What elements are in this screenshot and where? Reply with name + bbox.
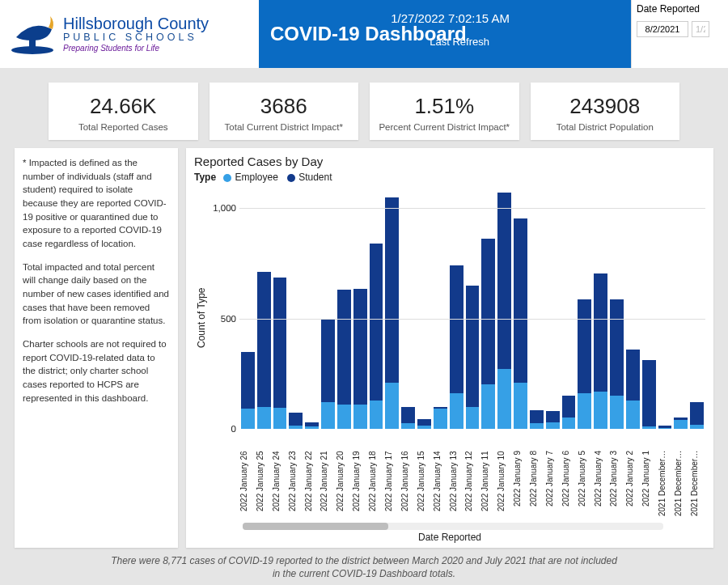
chart-scrollbar-thumb[interactable] (243, 523, 388, 530)
chart-xticks: 2022 January 262022 January 252022 Janua… (194, 449, 705, 530)
bar[interactable] (434, 407, 447, 429)
bar[interactable] (385, 197, 399, 429)
chart-title: Reported Cases by Day (194, 155, 705, 168)
kpi-total-current-impact: 3686 Total Current District Impact* (210, 83, 359, 140)
bar[interactable] (337, 290, 351, 429)
chart-xlabel: Date Reported (194, 532, 705, 543)
bar[interactable] (257, 272, 271, 429)
bar[interactable] (273, 278, 287, 429)
bar[interactable] (401, 407, 415, 429)
bar[interactable] (241, 352, 255, 429)
bar[interactable] (562, 396, 576, 429)
last-refresh-timestamp: 1/27/2022 7:02:15 AM (391, 11, 510, 25)
kpi-total-reported-cases: 24.66K Total Reported Cases (49, 83, 198, 140)
bar[interactable] (481, 239, 495, 429)
bar[interactable] (642, 360, 656, 429)
bar[interactable] (546, 411, 560, 429)
chart-yticks: 05001,000 (209, 186, 239, 429)
chart-ylabel: Count of Type (194, 186, 209, 449)
date-reported-slicer[interactable]: Date Reported (631, 0, 728, 68)
bar[interactable] (450, 265, 463, 429)
bar[interactable] (466, 286, 480, 429)
chart-bars-wrap (239, 186, 705, 429)
bar[interactable] (289, 413, 303, 429)
chart-card: Reported Cases by Day Type Employee Stud… (186, 148, 713, 548)
chart-plot-area[interactable]: Count of Type 05001,000 (194, 186, 705, 449)
org-name-line2: PUBLIC SCHOOLS (63, 32, 209, 43)
footnote: There were 8,771 cases of COVID-19 repor… (0, 554, 728, 580)
bar[interactable] (370, 244, 383, 429)
bar[interactable] (514, 218, 527, 429)
legend-swatch-employee (223, 174, 231, 182)
date-to-input[interactable] (692, 21, 709, 37)
org-logo-block: Hillsborough County PUBLIC SCHOOLS Prepa… (0, 0, 259, 68)
org-tagline: Preparing Students for Life (63, 45, 209, 53)
kpi-percent-current-impact: 1.51% Percent Current District Impact* (370, 83, 519, 140)
date-from-input[interactable] (637, 21, 688, 37)
bar[interactable] (417, 419, 431, 429)
bar[interactable] (497, 193, 511, 429)
header-bar: Hillsborough County PUBLIC SCHOOLS Prepa… (0, 0, 728, 68)
org-name-line1: Hillsborough County (63, 15, 209, 32)
bar[interactable] (674, 418, 688, 429)
bar[interactable] (594, 273, 607, 429)
lamp-icon (8, 13, 57, 55)
bar[interactable] (626, 350, 640, 429)
bar[interactable] (690, 402, 704, 429)
bar[interactable] (353, 289, 367, 429)
bar[interactable] (530, 410, 544, 429)
date-slicer-label: Date Reported (637, 3, 723, 15)
bar[interactable] (305, 422, 319, 429)
kpi-row: 24.66K Total Reported Cases 3686 Total C… (0, 68, 728, 148)
bar[interactable] (321, 319, 335, 429)
definition-note: * Impacted is defined as the number of i… (15, 148, 178, 548)
legend-swatch-student (287, 174, 295, 182)
last-refresh-label: Last Refresh (430, 36, 489, 48)
title-block: COVID-19 Dashboard 1/27/2022 7:02:15 AM … (259, 0, 631, 68)
chart-scrollbar[interactable] (243, 523, 663, 530)
kpi-total-district-population: 243908 Total District Population (531, 83, 680, 140)
chart-legend: Type Employee Student (194, 172, 705, 183)
